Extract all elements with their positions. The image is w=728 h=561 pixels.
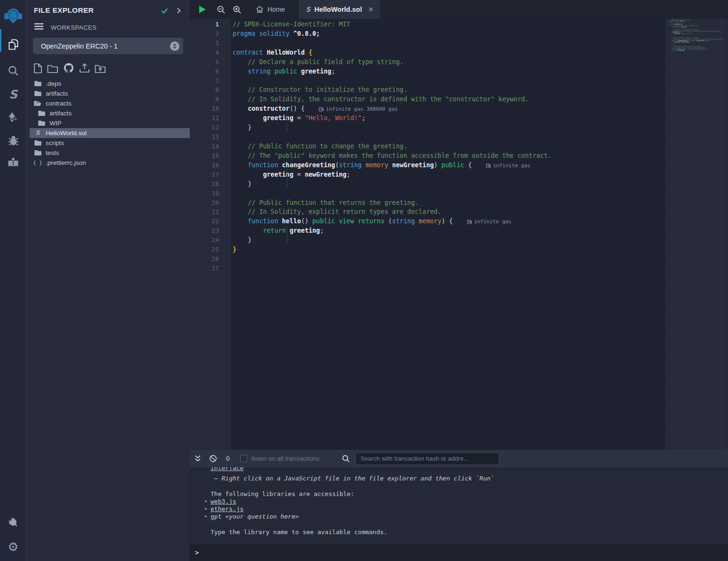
new-file-icon[interactable] xyxy=(33,63,42,73)
terminal-expand-icon[interactable] xyxy=(194,455,201,462)
search-icon[interactable] xyxy=(0,62,27,79)
new-folder-icon[interactable] xyxy=(47,64,58,73)
debugger-icon[interactable] xyxy=(0,132,27,149)
code-line[interactable]: greeting = "Hello, World!"; xyxy=(233,114,728,123)
upload-file-icon[interactable] xyxy=(79,63,90,73)
gas-estimate-annotation: infinite gas 368600 gas xyxy=(319,106,397,112)
folder-icon xyxy=(34,140,41,146)
zoom-in-icon[interactable] xyxy=(233,0,242,19)
line-number: 20 xyxy=(190,198,231,208)
plugin-manager-icon[interactable] xyxy=(0,513,27,532)
line-number: 26 xyxy=(190,254,231,264)
terminal-prompt: > xyxy=(195,549,199,556)
tree-item-wip[interactable]: WIP xyxy=(27,118,190,128)
code-content[interactable]: // SPDX-License-Identifier: MITpragma so… xyxy=(231,19,728,273)
tree-item--deps[interactable]: .deps xyxy=(27,79,190,89)
line-number: 15 xyxy=(190,151,231,161)
terminal-output[interactable]: interface – Right click on a JavaScript … xyxy=(190,467,728,543)
editor-scrollbar[interactable] xyxy=(721,19,722,450)
settings-icon[interactable]: ⚙ xyxy=(0,537,27,556)
tree-item-artifacts[interactable]: artifacts xyxy=(27,108,190,118)
code-line[interactable]: return greeting; xyxy=(233,226,728,236)
panel-header: FILE EXPLORER xyxy=(27,0,190,15)
code-line[interactable] xyxy=(233,76,728,86)
code-line[interactable]: function hello() public view returns (st… xyxy=(233,217,728,226)
tab-close-icon[interactable]: ✕ xyxy=(368,6,374,13)
file-explorer-icon[interactable] xyxy=(0,34,27,55)
code-line[interactable]: } xyxy=(233,123,728,132)
code-line[interactable]: pragma solidity ^0.8.0; xyxy=(233,29,728,39)
remix-logo[interactable] xyxy=(0,4,27,27)
line-number: 12 xyxy=(190,123,231,132)
line-number: 3 xyxy=(190,39,231,48)
code-line[interactable] xyxy=(233,264,728,273)
github-clone-icon[interactable] xyxy=(63,62,74,73)
code-line[interactable] xyxy=(233,189,728,198)
code-line[interactable]: } xyxy=(233,179,728,189)
code-line[interactable]: greeting = newGreeting; xyxy=(233,170,728,179)
tree-item-contracts[interactable]: contracts xyxy=(27,98,190,108)
code-line[interactable]: // Constructor to initialize the greetin… xyxy=(233,85,728,95)
line-number: 19 xyxy=(190,189,231,198)
line-number: 24 xyxy=(190,236,231,245)
gas-estimate-annotation: infinite gas xyxy=(467,219,511,225)
run-script-button[interactable] xyxy=(198,0,206,19)
minimap-line xyxy=(669,56,728,57)
terminal-line: •gpt <your question here> xyxy=(210,513,728,520)
line-number: 14 xyxy=(190,142,231,151)
code-line[interactable]: // The "public" keyword makes the functi… xyxy=(233,151,728,161)
code-line[interactable]: // SPDX-License-Identifier: MIT xyxy=(233,20,728,29)
upload-folder-icon[interactable] xyxy=(95,64,106,73)
listen-transactions-checkbox[interactable] xyxy=(240,455,247,462)
workspace-select[interactable]: OpenZeppelin ERC20 - 1 xyxy=(33,38,183,54)
remix-ide-window: S xyxy=(0,0,728,561)
tree-item-helloworld-sol[interactable]: SHelloWorld.sol xyxy=(30,128,190,138)
code-line[interactable]: function changeGreeting(string memory ne… xyxy=(233,161,728,170)
tree-item-label: .deps xyxy=(46,80,61,87)
line-number: 17 xyxy=(190,170,231,179)
code-line[interactable]: } xyxy=(233,245,728,254)
terminal-search-input[interactable] xyxy=(356,453,499,465)
code-line[interactable]: // In Solidity, the constructor is defin… xyxy=(233,95,728,104)
solidity-compiler-icon[interactable]: S xyxy=(0,86,27,103)
terminal-header: 0 listen on all transactions xyxy=(190,450,728,467)
clear-console-icon[interactable] xyxy=(209,455,217,463)
code-line[interactable] xyxy=(233,39,728,48)
terminal-link[interactable]: web3.js xyxy=(210,498,236,505)
code-line[interactable] xyxy=(233,254,728,264)
code-line[interactable]: } xyxy=(233,236,728,245)
tab-helloworld-sol[interactable]: S HelloWorld.sol ✕ xyxy=(299,0,380,19)
minimap[interactable]: // SPDX-License-Identifier: MITpragma so… xyxy=(665,19,728,57)
code-editor[interactable]: 1234567891011121314151617181920212223242… xyxy=(190,19,728,450)
tree-item-tests[interactable]: tests xyxy=(27,148,190,158)
zoom-out-icon[interactable] xyxy=(217,0,226,19)
tree-item-artifacts[interactable]: artifacts xyxy=(27,89,190,98)
code-line[interactable] xyxy=(233,132,728,142)
code-line[interactable]: constructor() {infinite gas 368600 gas xyxy=(233,104,728,114)
code-line[interactable]: // In Solidity, explicit return types ar… xyxy=(233,207,728,217)
terminal-link[interactable]: ethers.js xyxy=(210,505,243,512)
braces-icon: { } xyxy=(34,160,41,166)
accept-check-icon[interactable] xyxy=(161,7,169,15)
terminal-prompt-row[interactable]: > xyxy=(190,543,728,561)
code-line[interactable]: // Public function that returns the gree… xyxy=(233,198,728,208)
code-line[interactable]: // Public function to change the greetin… xyxy=(233,142,728,151)
listen-transactions-label: listen on all transactions xyxy=(252,455,320,462)
learneth-icon[interactable] xyxy=(0,154,27,171)
code-line[interactable]: contract HelloWorld { xyxy=(233,48,728,57)
code-line[interactable]: // Declare a public field of type string… xyxy=(233,57,728,67)
hamburger-menu-icon[interactable] xyxy=(34,23,44,32)
activity-bar: S xyxy=(0,0,27,561)
file-explorer-toolbar xyxy=(33,62,183,73)
tree-item--prettierrc-json[interactable]: { }.prettierrc.json xyxy=(27,158,190,168)
folder-icon xyxy=(34,90,41,97)
terminal-link[interactable]: interface xyxy=(210,467,728,472)
chevron-right-icon[interactable] xyxy=(175,7,182,14)
tree-item-scripts[interactable]: scripts xyxy=(27,138,190,148)
tab-bar: Home S HelloWorld.sol ✕ xyxy=(190,0,728,19)
deploy-run-icon[interactable] xyxy=(0,108,27,126)
code-line[interactable]: string public greeting; xyxy=(233,67,728,76)
line-number: 22 xyxy=(190,217,231,226)
tab-home[interactable]: Home xyxy=(249,0,291,19)
line-number: 4 xyxy=(190,48,231,57)
